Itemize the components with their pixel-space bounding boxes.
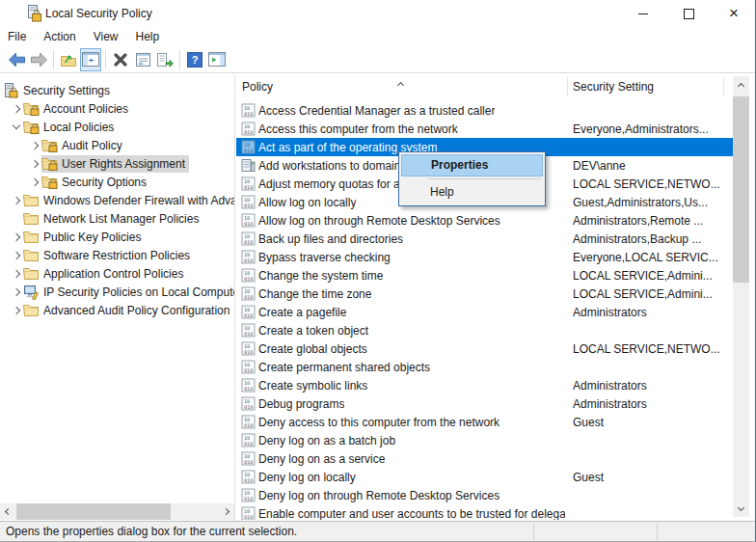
svg-text:010: 010 [244, 367, 253, 373]
tree-item-ip-security-policies-on-local-compute[interactable]: IP Security Policies on Local Compute [0, 283, 234, 301]
svg-text:010: 010 [244, 386, 253, 392]
menu-file[interactable]: File [8, 30, 26, 43]
folder-icon [23, 248, 40, 262]
console-tree-pane: Security SettingsAccount PoliciesLocal P… [0, 74, 235, 521]
policy-doc-icon: 10010 [241, 451, 256, 466]
svg-text:010: 010 [244, 349, 253, 355]
tree-item-user-rights-assignment[interactable]: User Rights Assignment [0, 154, 234, 173]
minimize-button[interactable] [621, 0, 665, 27]
context-menu-item-properties[interactable]: Properties [401, 154, 543, 176]
tree-horizontal-scrollbar[interactable] [0, 503, 234, 520]
folder-icon [23, 303, 40, 317]
tree-item-software-restriction-policies[interactable]: Software Restriction Policies [0, 246, 234, 264]
tree-item-local-policies[interactable]: Local Policies [0, 118, 234, 136]
svg-text:010: 010 [244, 514, 253, 520]
back-button[interactable] [6, 48, 27, 71]
chevron-right-icon [223, 508, 230, 515]
policy-doc-icon: 10010 [241, 415, 256, 429]
chevron-right-icon[interactable] [10, 246, 23, 264]
titlebar: Local Security Policy × [0, 0, 756, 27]
tree-item-audit-policy[interactable]: Audit Policy [0, 136, 234, 154]
show-hide-console-tree-button[interactable] [80, 48, 101, 71]
toolbar-separator [179, 50, 180, 69]
help-icon: ? [187, 52, 202, 68]
policy-row-create-global-objects[interactable]: 10010Create global objectsLOCAL SERVICE,… [236, 339, 733, 358]
tree-item-account-policies[interactable]: Account Policies [0, 99, 234, 118]
policy-row-deny-log-on-as-a-batch-job[interactable]: 10010Deny log on as a batch job [236, 431, 733, 449]
tree-item-advanced-audit-policy-configuration[interactable]: Advanced Audit Policy Configuration [0, 301, 234, 319]
policy-doc-icon: 10010 [241, 231, 256, 246]
tree-item-public-key-policies[interactable]: Public Key Policies [0, 228, 234, 246]
up-one-level-button[interactable] [58, 48, 79, 71]
policy-row-back-up-files-and-directories[interactable]: 10010Back up files and directoriesAdmini… [236, 230, 733, 248]
policy-row-deny-log-on-as-a-service[interactable]: 10010Deny log on as a service [236, 449, 733, 468]
chevron-right-icon[interactable] [10, 283, 23, 301]
chevron-right-icon[interactable] [28, 173, 41, 191]
policy-row-deny-log-on-locally[interactable]: 10010Deny log on locallyGuest [236, 468, 733, 486]
policy-row-debug-programs[interactable]: 10010Debug programsAdministrators [236, 394, 733, 413]
forward-arrow-icon [30, 52, 48, 68]
chevron-right-icon[interactable] [28, 136, 41, 154]
chevron-right-icon[interactable] [10, 301, 23, 319]
tree-item-application-control-policies[interactable]: Application Control Policies [0, 264, 234, 283]
chevron-right-icon[interactable] [10, 191, 23, 209]
policy-row-create-symbolic-links[interactable]: 10010Create symbolic linksAdministrators [236, 376, 733, 394]
scrollbar-thumb[interactable] [733, 96, 749, 283]
chevron-right-icon[interactable] [28, 154, 41, 173]
forward-button[interactable] [28, 48, 49, 71]
scroll-left-button[interactable] [0, 503, 16, 520]
svg-text:010: 010 [244, 129, 253, 135]
folder-icon [23, 193, 40, 207]
chevron-right-icon[interactable] [10, 99, 23, 118]
policy-doc-icon: 10010 [241, 213, 256, 228]
svg-text:010: 010 [244, 276, 253, 282]
chevron-right-icon[interactable] [10, 264, 23, 283]
chevron-right-icon[interactable] [10, 228, 23, 246]
policy-row-create-permanent-shared-objects[interactable]: 10010Create permanent shared objects [236, 358, 733, 376]
policy-row-enable-computer-and-user-accounts-to-be-trusted-for-delega[interactable]: 10010Enable computer and user accounts t… [236, 504, 733, 520]
policy-row-deny-access-to-this-computer-from-the-network[interactable]: 10010Deny access to this computer from t… [236, 413, 733, 431]
toolbar-separator [53, 50, 54, 69]
tree-item-network-list-manager-policies[interactable]: Network List Manager Policies [0, 209, 234, 228]
policy-row-change-the-time-zone[interactable]: 10010Change the time zoneLOCAL SERVICE,A… [236, 285, 733, 303]
policy-doc-icon: 10010 [241, 506, 256, 520]
policy-row-access-credential-manager-as-a-trusted-caller[interactable]: 10010Access Credential Manager as a trus… [236, 101, 733, 120]
tree-item-security-settings[interactable]: Security Settings [0, 81, 234, 99]
close-button[interactable]: × [712, 0, 756, 27]
properties-icon [135, 52, 151, 68]
statusbar: Opens the properties dialog box for the … [0, 521, 756, 542]
policy-row-change-the-system-time[interactable]: 10010Change the system timeLOCAL SERVICE… [236, 266, 733, 285]
show-hide-action-pane-button[interactable] [206, 48, 228, 71]
svg-text:010: 010 [244, 477, 253, 483]
delete-button[interactable] [110, 48, 131, 71]
scroll-right-button[interactable] [218, 503, 234, 520]
computer-pen-icon [23, 285, 40, 300]
properties-button[interactable] [132, 48, 153, 71]
menu-view[interactable]: View [94, 30, 119, 43]
statusbar-divider [657, 524, 658, 540]
scroll-up-button[interactable] [733, 76, 749, 93]
policy-row-access-this-computer-from-the-network[interactable]: 10010Access this computer from the netwo… [236, 120, 733, 138]
policy-row-bypass-traverse-checking[interactable]: 10010Bypass traverse checkingEveryone,LO… [236, 248, 733, 266]
status-text: Opens the properties dialog box for the … [6, 525, 297, 538]
policy-doc-icon: 10010 [241, 195, 256, 209]
tree-item-windows-defender-firewall-with-adva[interactable]: Windows Defender Firewall with Adva [0, 191, 234, 209]
chevron-down-icon[interactable] [10, 118, 23, 136]
policy-row-allow-log-on-through-remote-desktop-services[interactable]: 10010Allow log on through Remote Desktop… [236, 211, 733, 230]
maximize-button[interactable] [666, 0, 711, 27]
menu-action[interactable]: Action [43, 30, 75, 43]
scrollbar-thumb[interactable] [16, 503, 171, 520]
context-menu-item-help[interactable]: Help [401, 181, 543, 203]
scroll-down-button[interactable] [733, 501, 749, 517]
list-vertical-scrollbar[interactable] [733, 76, 749, 517]
svg-text:010: 010 [244, 404, 253, 410]
menu-help[interactable]: Help [136, 30, 160, 43]
policy-row-deny-log-on-through-remote-desktop-services[interactable]: 10010Deny log on through Remote Desktop … [236, 486, 733, 504]
tree-item-security-options[interactable]: Security Options [0, 173, 234, 191]
delete-x-icon [113, 52, 128, 68]
policy-row-create-a-token-object[interactable]: 10010Create a token object [236, 321, 733, 339]
back-arrow-icon [8, 52, 26, 68]
export-list-button[interactable] [154, 48, 176, 71]
policy-row-create-a-pagefile[interactable]: 10010Create a pagefileAdministrators [236, 303, 733, 321]
help-button[interactable]: ? [184, 48, 205, 71]
